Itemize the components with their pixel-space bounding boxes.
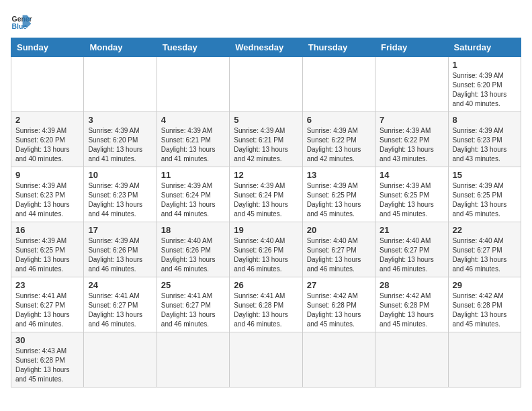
calendar-day-cell	[302, 332, 375, 387]
calendar-day-cell: 9Sunrise: 4:39 AM Sunset: 6:23 PM Daylig…	[11, 167, 84, 222]
calendar-day-cell: 17Sunrise: 4:39 AM Sunset: 6:26 PM Dayli…	[84, 222, 157, 277]
day-header-wednesday: Wednesday	[230, 38, 302, 57]
generalblue-logo-icon: General Blue	[11, 11, 32, 32]
day-info: Sunrise: 4:39 AM Sunset: 6:20 PM Dayligh…	[88, 126, 152, 164]
calendar-day-cell	[84, 332, 157, 387]
calendar-day-cell: 13Sunrise: 4:39 AM Sunset: 6:25 PM Dayli…	[302, 167, 375, 222]
page-header: General Blue	[11, 11, 521, 32]
calendar-day-cell: 28Sunrise: 4:42 AM Sunset: 6:28 PM Dayli…	[375, 277, 448, 332]
day-number: 3	[88, 115, 152, 125]
day-info: Sunrise: 4:39 AM Sunset: 6:23 PM Dayligh…	[453, 126, 517, 164]
calendar-day-cell	[157, 332, 229, 387]
day-number: 29	[453, 280, 517, 290]
calendar-day-cell: 26Sunrise: 4:41 AM Sunset: 6:28 PM Dayli…	[230, 277, 302, 332]
day-info: Sunrise: 4:39 AM Sunset: 6:25 PM Dayligh…	[453, 181, 517, 219]
day-info: Sunrise: 4:39 AM Sunset: 6:21 PM Dayligh…	[161, 126, 225, 164]
calendar-day-cell: 15Sunrise: 4:39 AM Sunset: 6:25 PM Dayli…	[448, 167, 521, 222]
day-info: Sunrise: 4:39 AM Sunset: 6:21 PM Dayligh…	[234, 126, 298, 164]
day-info: Sunrise: 4:42 AM Sunset: 6:28 PM Dayligh…	[307, 291, 371, 329]
day-info: Sunrise: 4:39 AM Sunset: 6:20 PM Dayligh…	[453, 71, 517, 109]
calendar-day-cell	[230, 57, 302, 112]
day-header-saturday: Saturday	[448, 38, 521, 57]
day-number: 9	[15, 170, 79, 180]
day-info: Sunrise: 4:39 AM Sunset: 6:24 PM Dayligh…	[234, 181, 298, 219]
calendar-day-cell: 14Sunrise: 4:39 AM Sunset: 6:25 PM Dayli…	[375, 167, 448, 222]
day-number: 18	[161, 225, 225, 235]
day-info: Sunrise: 4:39 AM Sunset: 6:22 PM Dayligh…	[307, 126, 371, 164]
day-info: Sunrise: 4:42 AM Sunset: 6:28 PM Dayligh…	[380, 291, 443, 329]
calendar-day-cell: 23Sunrise: 4:41 AM Sunset: 6:27 PM Dayli…	[11, 277, 84, 332]
calendar-header: SundayMondayTuesdayWednesdayThursdayFrid…	[11, 38, 521, 57]
calendar-week-row: 23Sunrise: 4:41 AM Sunset: 6:27 PM Dayli…	[11, 277, 521, 332]
day-number: 24	[88, 280, 152, 290]
day-number: 14	[380, 170, 443, 180]
day-number: 16	[15, 225, 79, 235]
day-number: 6	[307, 115, 371, 125]
day-number: 19	[234, 225, 298, 235]
day-number: 15	[453, 170, 517, 180]
calendar-day-cell: 1Sunrise: 4:39 AM Sunset: 6:20 PM Daylig…	[448, 57, 521, 112]
day-number: 4	[161, 115, 225, 125]
day-info: Sunrise: 4:39 AM Sunset: 6:22 PM Dayligh…	[380, 126, 443, 164]
day-info: Sunrise: 4:39 AM Sunset: 6:25 PM Dayligh…	[15, 236, 79, 274]
day-number: 5	[234, 115, 298, 125]
day-number: 30	[15, 335, 79, 345]
day-info: Sunrise: 4:41 AM Sunset: 6:27 PM Dayligh…	[88, 291, 152, 329]
calendar-day-cell: 27Sunrise: 4:42 AM Sunset: 6:28 PM Dayli…	[302, 277, 375, 332]
calendar-week-row: 30Sunrise: 4:43 AM Sunset: 6:28 PM Dayli…	[11, 332, 521, 387]
logo-area: General Blue	[11, 11, 32, 32]
day-info: Sunrise: 4:43 AM Sunset: 6:28 PM Dayligh…	[15, 347, 79, 384]
calendar-day-cell: 8Sunrise: 4:39 AM Sunset: 6:23 PM Daylig…	[448, 112, 521, 167]
day-info: Sunrise: 4:39 AM Sunset: 6:26 PM Dayligh…	[88, 236, 152, 274]
calendar-day-cell: 5Sunrise: 4:39 AM Sunset: 6:21 PM Daylig…	[230, 112, 302, 167]
calendar-day-cell: 10Sunrise: 4:39 AM Sunset: 6:23 PM Dayli…	[84, 167, 157, 222]
calendar-week-row: 1Sunrise: 4:39 AM Sunset: 6:20 PM Daylig…	[11, 57, 521, 112]
day-info: Sunrise: 4:40 AM Sunset: 6:26 PM Dayligh…	[161, 236, 225, 274]
calendar-day-cell	[157, 57, 229, 112]
day-info: Sunrise: 4:39 AM Sunset: 6:25 PM Dayligh…	[307, 181, 371, 219]
calendar-day-cell: 29Sunrise: 4:42 AM Sunset: 6:28 PM Dayli…	[448, 277, 521, 332]
day-info: Sunrise: 4:39 AM Sunset: 6:20 PM Dayligh…	[15, 126, 79, 164]
calendar-day-cell	[448, 332, 521, 387]
calendar-day-cell	[302, 57, 375, 112]
calendar-day-cell: 18Sunrise: 4:40 AM Sunset: 6:26 PM Dayli…	[157, 222, 229, 277]
calendar-day-cell: 25Sunrise: 4:41 AM Sunset: 6:27 PM Dayli…	[157, 277, 229, 332]
day-number: 12	[234, 170, 298, 180]
calendar-day-cell	[84, 57, 157, 112]
calendar-day-cell	[375, 332, 448, 387]
day-header-tuesday: Tuesday	[157, 38, 229, 57]
day-header-monday: Monday	[84, 38, 157, 57]
day-number: 28	[380, 280, 443, 290]
day-number: 26	[234, 280, 298, 290]
day-info: Sunrise: 4:41 AM Sunset: 6:28 PM Dayligh…	[234, 291, 298, 329]
calendar-day-cell: 2Sunrise: 4:39 AM Sunset: 6:20 PM Daylig…	[11, 112, 84, 167]
calendar-day-cell: 30Sunrise: 4:43 AM Sunset: 6:28 PM Dayli…	[11, 332, 84, 387]
day-info: Sunrise: 4:39 AM Sunset: 6:23 PM Dayligh…	[88, 181, 152, 219]
day-number: 22	[453, 225, 517, 235]
calendar-day-cell	[375, 57, 448, 112]
day-number: 23	[15, 280, 79, 290]
day-number: 20	[307, 225, 371, 235]
calendar-week-row: 2Sunrise: 4:39 AM Sunset: 6:20 PM Daylig…	[11, 112, 521, 167]
calendar-week-row: 16Sunrise: 4:39 AM Sunset: 6:25 PM Dayli…	[11, 222, 521, 277]
day-number: 27	[307, 280, 371, 290]
calendar-day-cell: 12Sunrise: 4:39 AM Sunset: 6:24 PM Dayli…	[230, 167, 302, 222]
day-info: Sunrise: 4:40 AM Sunset: 6:27 PM Dayligh…	[307, 236, 371, 274]
day-number: 2	[15, 115, 79, 125]
day-number: 11	[161, 170, 225, 180]
day-header-thursday: Thursday	[302, 38, 375, 57]
day-info: Sunrise: 4:39 AM Sunset: 6:25 PM Dayligh…	[380, 181, 443, 219]
day-info: Sunrise: 4:42 AM Sunset: 6:28 PM Dayligh…	[453, 291, 517, 329]
day-number: 21	[380, 225, 443, 235]
calendar-day-cell	[230, 332, 302, 387]
day-number: 7	[380, 115, 443, 125]
day-number: 25	[161, 280, 225, 290]
calendar-day-cell: 11Sunrise: 4:39 AM Sunset: 6:24 PM Dayli…	[157, 167, 229, 222]
calendar-day-cell: 16Sunrise: 4:39 AM Sunset: 6:25 PM Dayli…	[11, 222, 84, 277]
day-number: 17	[88, 225, 152, 235]
calendar-week-row: 9Sunrise: 4:39 AM Sunset: 6:23 PM Daylig…	[11, 167, 521, 222]
calendar-day-cell: 21Sunrise: 4:40 AM Sunset: 6:27 PM Dayli…	[375, 222, 448, 277]
day-info: Sunrise: 4:40 AM Sunset: 6:27 PM Dayligh…	[453, 236, 517, 274]
day-info: Sunrise: 4:40 AM Sunset: 6:27 PM Dayligh…	[380, 236, 443, 274]
day-info: Sunrise: 4:41 AM Sunset: 6:27 PM Dayligh…	[161, 291, 225, 329]
